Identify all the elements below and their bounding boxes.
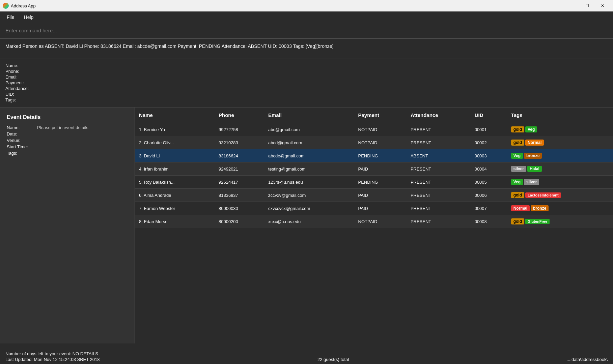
- name-label: Name:: [5, 63, 18, 68]
- tag-lactoseintolerant: LactoseIntolerant: [525, 192, 561, 198]
- payment-label: Payment:: [5, 80, 24, 85]
- cell-uid: 00008: [471, 215, 507, 228]
- cell-payment: PAID: [354, 202, 407, 215]
- command-area: [0, 23, 613, 39]
- table-body: 1. Bernice Yu99272758abc@gmail.comNOTPAI…: [135, 123, 613, 228]
- cell-attendance: PRESENT: [407, 202, 471, 215]
- cell-name: 3. David Li: [135, 149, 215, 162]
- table-row[interactable]: 2. Charlotte Oliv...93210283abcd@gmail.c…: [135, 136, 613, 149]
- cell-tags: silverHalal: [507, 162, 613, 176]
- cell-email: abc@gmail.com: [264, 123, 354, 136]
- tag-veg: Veg: [511, 179, 523, 185]
- cell-uid: 00003: [471, 149, 507, 162]
- cell-tags: Vegbronze: [507, 149, 613, 162]
- cell-name: 5. Roy Balakrish...: [135, 176, 215, 189]
- cell-uid: 00004: [471, 162, 507, 176]
- cell-name: 7. Eamon Webster: [135, 202, 215, 215]
- cell-email: xcxc@u.nus.edu: [264, 215, 354, 228]
- table-row[interactable]: 5. Roy Balakrish...92624417123rs@u.nus.e…: [135, 176, 613, 189]
- table-area[interactable]: Name Phone Email Payment Attendance UID …: [135, 108, 613, 343]
- cell-payment: NOTPAID: [354, 136, 407, 149]
- title-bar: Address App — ☐ ✕: [0, 0, 613, 11]
- cell-email: abcd@gmail.com: [264, 136, 354, 149]
- menu-help[interactable]: Help: [20, 13, 38, 21]
- cell-phone: 80000200: [215, 215, 264, 228]
- event-tags-label: Tags:: [7, 151, 37, 156]
- cell-attendance: PRESENT: [407, 162, 471, 176]
- cell-uid: 00007: [471, 202, 507, 215]
- table-row[interactable]: 4. Irfan Ibrahim92492021testing@gmail.co…: [135, 162, 613, 176]
- event-name-value: Please put in event details: [37, 125, 88, 130]
- close-button[interactable]: ✕: [595, 0, 610, 11]
- table-row[interactable]: 7. Eamon Webster80000030cxvxcvcx@gmail.c…: [135, 202, 613, 215]
- table-row[interactable]: 3. David Li83186624abcde@gmail.comPENDIN…: [135, 149, 613, 162]
- table-row[interactable]: 6. Alma Andrade81336837zccvxv@gmail.comP…: [135, 189, 613, 202]
- cell-payment: NOTPAID: [354, 123, 407, 136]
- event-details-title: Event Details: [7, 114, 128, 120]
- event-details-panel: Event Details Name: Please put in event …: [0, 108, 135, 343]
- event-date-label: Date:: [7, 131, 37, 136]
- cell-attendance: PRESENT: [407, 176, 471, 189]
- menu-bar: File Help: [0, 11, 613, 23]
- app-icon: [3, 3, 9, 9]
- cell-phone: 80000030: [215, 202, 264, 215]
- event-venue-label: Venue:: [7, 138, 37, 143]
- cell-attendance: ABSENT: [407, 149, 471, 162]
- title-bar-left: Address App: [3, 3, 36, 9]
- col-name: Name: [135, 108, 215, 123]
- tag-silver: silver: [524, 179, 539, 185]
- guest-count: 22 guest(s) total: [317, 357, 349, 362]
- tag-halal: Halal: [527, 166, 542, 172]
- cell-phone: 99272758: [215, 123, 264, 136]
- cell-payment: PENDING: [354, 176, 407, 189]
- col-payment: Payment: [354, 108, 407, 123]
- col-attendance: Attendance: [407, 108, 471, 123]
- bottom-line2: Last Updated: Mon Nov 12 15:24:03 SRET 2…: [5, 357, 608, 362]
- email-label: Email:: [5, 74, 18, 80]
- cell-attendance: PRESENT: [407, 123, 471, 136]
- table-row[interactable]: 1. Bernice Yu99272758abc@gmail.comNOTPAI…: [135, 123, 613, 136]
- tag-gold: gold: [511, 140, 524, 146]
- cell-uid: 00002: [471, 136, 507, 149]
- menu-file[interactable]: File: [3, 13, 19, 21]
- cell-attendance: PRESENT: [407, 136, 471, 149]
- cell-tags: goldVeg: [507, 123, 613, 136]
- tag-normal: Normal: [525, 140, 544, 146]
- cell-tags: Normalbronze: [507, 202, 613, 215]
- file-path: ....data\addressbook\: [567, 357, 608, 362]
- cell-phone: 83186624: [215, 149, 264, 162]
- table-header-row: Name Phone Email Payment Attendance UID …: [135, 108, 613, 123]
- cell-uid: 00006: [471, 189, 507, 202]
- cell-tags: goldLactoseIntolerant: [507, 189, 613, 202]
- cell-attendance: PRESENT: [407, 189, 471, 202]
- title-bar-title: Address App: [11, 3, 36, 8]
- cell-email: zccvxv@gmail.com: [264, 189, 354, 202]
- cell-payment: NOTPAID: [354, 215, 407, 228]
- attendance-label: Attendance:: [5, 86, 29, 91]
- bottom-bar: Number of days left to your event: NO DE…: [0, 349, 613, 364]
- status-bar: Marked Person as ABSENT: David Li Phone:…: [0, 39, 613, 59]
- command-input[interactable]: [5, 26, 608, 35]
- days-left: Number of days left to your event: NO DE…: [5, 351, 608, 356]
- phone-label: Phone:: [5, 69, 19, 74]
- cell-payment: PAID: [354, 189, 407, 202]
- tag-silver: silver: [511, 166, 526, 172]
- tags-label: Tags:: [5, 97, 16, 102]
- cell-name: 8. Edan Morse: [135, 215, 215, 228]
- cell-tags: goldNormal: [507, 136, 613, 149]
- tag-veg: Veg: [525, 126, 537, 132]
- cell-tags: Vegsilver: [507, 176, 613, 189]
- cell-uid: 00001: [471, 123, 507, 136]
- title-bar-controls: — ☐ ✕: [564, 0, 610, 11]
- cell-phone: 81336837: [215, 189, 264, 202]
- cell-payment: PAID: [354, 162, 407, 176]
- cell-email: 123rs@u.nus.edu: [264, 176, 354, 189]
- uid-label: UID:: [5, 92, 14, 97]
- col-tags: Tags: [507, 108, 613, 123]
- maximize-button[interactable]: ☐: [579, 0, 595, 11]
- tag-gold: gold: [511, 218, 524, 224]
- minimize-button[interactable]: —: [564, 0, 579, 11]
- cell-name: 1. Bernice Yu: [135, 123, 215, 136]
- cell-email: cxvxcvcx@gmail.com: [264, 202, 354, 215]
- table-row[interactable]: 8. Edan Morse80000200xcxc@u.nus.eduNOTPA…: [135, 215, 613, 228]
